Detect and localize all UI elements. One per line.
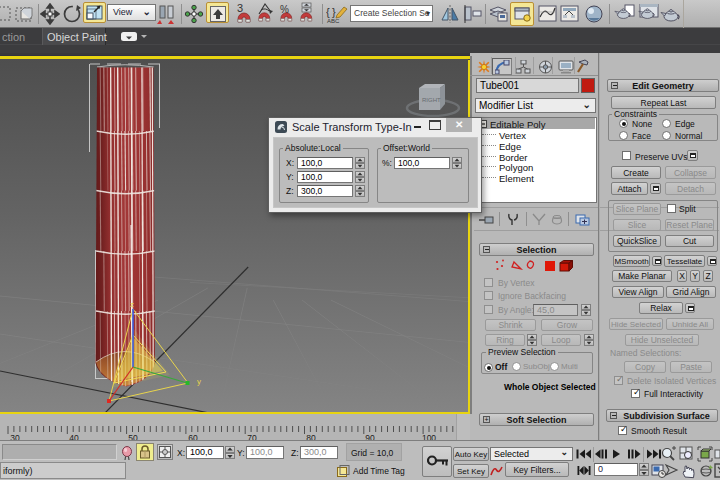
svg-text:y: y [197,377,201,386]
svg-text:z: z [130,300,134,309]
svg-text:{ }: { } [326,6,336,18]
svg-text:RIGHT: RIGHT [422,97,441,103]
svg-text:3: 3 [237,2,243,14]
svg-text:ABC: ABC [327,18,340,24]
